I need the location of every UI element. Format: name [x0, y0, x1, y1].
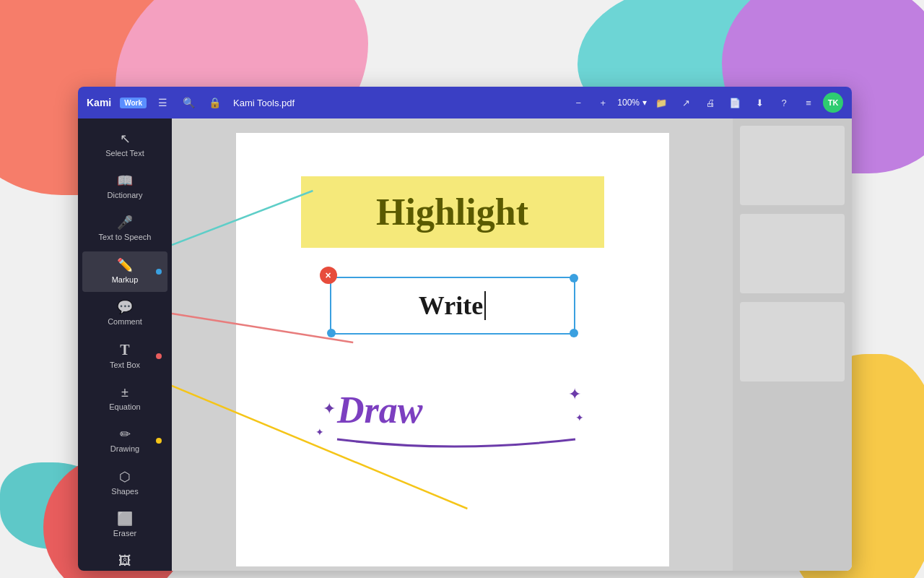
share-icon[interactable]: ↗	[676, 92, 696, 113]
markup-icon: ✏️	[117, 259, 133, 272]
zoom-out-button[interactable]: −	[568, 92, 588, 113]
drawing-icon: ✏	[120, 428, 131, 441]
download-icon[interactable]: ⬇	[749, 92, 770, 113]
draw-svg: ✦ ✦ ✦ ✦ Draw	[315, 371, 590, 457]
main-content: Highlight × Write	[172, 118, 852, 571]
sidebar-label-markup: Markup	[112, 275, 139, 285]
work-badge[interactable]: Work	[120, 98, 147, 108]
textbox-container: × Write	[330, 277, 575, 335]
svg-text:✦: ✦	[315, 426, 324, 438]
comment-icon: 💬	[117, 301, 133, 314]
image-icon: 🖼	[118, 554, 131, 567]
thumbnail-2	[740, 214, 845, 293]
sidebar-item-equation[interactable]: ± Equation	[82, 379, 167, 419]
menu-icon[interactable]: ≡	[798, 92, 819, 113]
equation-icon: ±	[121, 386, 128, 399]
right-panel	[733, 118, 852, 571]
textbox-content: Write	[419, 290, 483, 321]
sidebar: ↖ Select Text 📖 Dictionary 🎤 Text to Spe…	[78, 118, 172, 571]
sidebar-label-text-to-speech: Text to Speech	[99, 233, 152, 242]
handle-top-right[interactable]	[570, 274, 578, 282]
sidebar-item-shapes[interactable]: ⬡ Shapes	[82, 463, 167, 504]
app-container: Kami Work ☰ 🔍 🔒 Kami Tools.pdf − + 100% …	[78, 87, 852, 571]
text-to-speech-icon: 🎤	[117, 216, 133, 229]
draw-area: ✦ ✦ ✦ ✦ Draw	[315, 371, 590, 457]
zoom-value: 100%	[617, 98, 640, 108]
text-box-icon: T	[120, 342, 129, 357]
filename-label: Kami Tools.pdf	[233, 98, 295, 108]
help-icon[interactable]: ?	[774, 92, 794, 113]
search-icon[interactable]: 🔍	[178, 92, 199, 113]
user-avatar[interactable]: TK	[823, 92, 843, 113]
zoom-display[interactable]: 100% ▾	[617, 98, 647, 108]
zoom-arrow: ▾	[642, 98, 647, 108]
sidebar-item-drawing[interactable]: ✏ Drawing	[82, 420, 167, 461]
drawing-dot	[156, 438, 162, 444]
sidebar-item-dictionary[interactable]: 📖 Dictionary	[82, 167, 167, 207]
sidebar-item-eraser[interactable]: ⬜ Eraser	[82, 505, 167, 545]
sidebar-label-drawing: Drawing	[110, 444, 139, 454]
text-cursor	[484, 291, 486, 320]
sidebar-label-select-text: Select Text	[105, 149, 144, 158]
svg-text:Draw: Draw	[336, 389, 423, 431]
thumbnail-1	[740, 126, 845, 205]
svg-text:✦: ✦	[575, 412, 584, 423]
svg-text:✦: ✦	[323, 400, 336, 418]
document-icon[interactable]: 📄	[725, 92, 745, 113]
app-body: ↖ Select Text 📖 Dictionary 🎤 Text to Spe…	[78, 118, 852, 571]
dictionary-icon: 📖	[117, 174, 133, 187]
sidebar-label-eraser: Eraser	[113, 529, 136, 538]
textbox-dot	[156, 353, 162, 359]
handle-bottom-right[interactable]	[570, 329, 578, 337]
sidebar-item-comment[interactable]: 💬 Comment	[82, 293, 167, 334]
folder-icon[interactable]: 📁	[651, 92, 671, 113]
textbox-widget[interactable]: × Write	[330, 277, 575, 335]
highlight-box: Highlight	[301, 176, 604, 248]
sidebar-label-dictionary: Dictionary	[108, 191, 143, 200]
app-logo: Kami	[87, 97, 111, 108]
highlight-label: Highlight	[376, 191, 528, 233]
sidebar-item-text-box[interactable]: T Text Box	[82, 335, 167, 377]
handle-bottom-left[interactable]	[327, 329, 336, 337]
titlebar: Kami Work ☰ 🔍 🔒 Kami Tools.pdf − + 100% …	[78, 87, 852, 118]
pdf-page: Highlight × Write	[236, 133, 669, 566]
sidebar-toggle-icon[interactable]: ☰	[152, 92, 173, 113]
sidebar-item-markup[interactable]: ✏️ Markup	[82, 251, 167, 292]
svg-text:✦: ✦	[568, 385, 581, 403]
sidebar-label-text-box: Text Box	[110, 361, 140, 370]
sidebar-item-image[interactable]: 🖼 Image	[82, 547, 167, 571]
zoom-in-button[interactable]: +	[593, 92, 613, 113]
titlebar-controls: − + 100% ▾ 📁 ↗ 🖨 📄 ⬇ ? ≡ TK	[568, 92, 843, 113]
eraser-icon: ⬜	[117, 512, 133, 525]
sidebar-label-comment: Comment	[108, 317, 142, 327]
thumbnail-3	[740, 302, 845, 381]
textbox-close-button[interactable]: ×	[320, 267, 337, 284]
sidebar-label-shapes: Shapes	[111, 487, 138, 496]
sidebar-item-select-text[interactable]: ↖ Select Text	[82, 125, 167, 165]
sidebar-item-text-to-speech[interactable]: 🎤 Text to Speech	[82, 209, 167, 249]
select-text-icon: ↖	[120, 132, 131, 145]
shapes-icon: ⬡	[119, 470, 131, 483]
pdf-area[interactable]: Highlight × Write	[172, 118, 733, 571]
lock-icon[interactable]: 🔒	[204, 92, 225, 113]
sidebar-label-equation: Equation	[109, 402, 140, 412]
markup-dot	[156, 269, 162, 275]
print-icon[interactable]: 🖨	[700, 92, 720, 113]
